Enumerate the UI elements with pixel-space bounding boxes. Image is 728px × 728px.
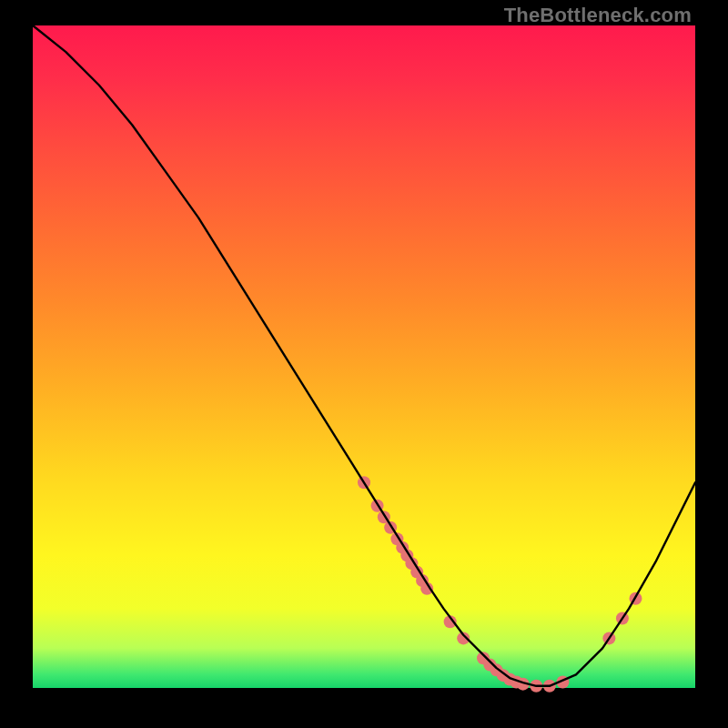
chart-curve (33, 25, 695, 686)
watermark-text: TheBottleneck.com (504, 4, 692, 27)
chart-svg (33, 25, 695, 688)
chart-markers (358, 476, 642, 693)
